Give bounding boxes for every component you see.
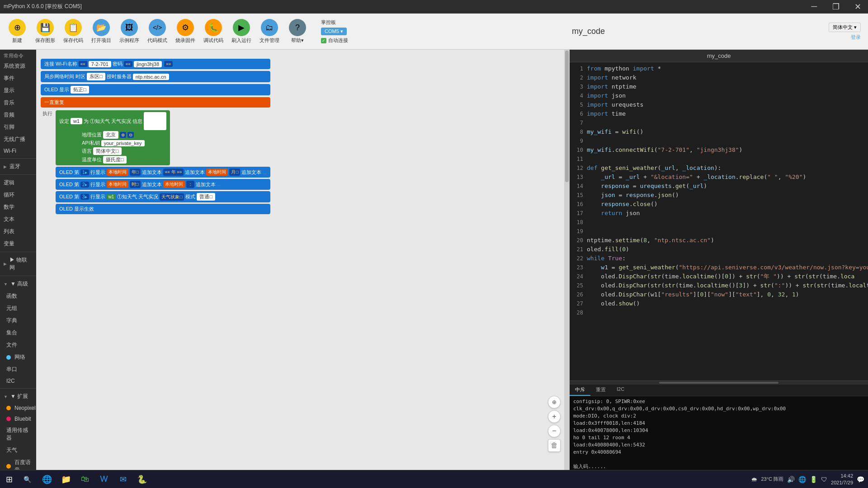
taskbar-search-button[interactable]: 🔍 [18,470,36,488]
location-value[interactable]: 北京 [103,131,118,139]
oled-line1-block[interactable]: OLED 第 1▸ 行显示 本地时间 年□ 追加文本 «« 年 »» 追加文本 … [56,167,270,178]
taskbar-app-edge[interactable]: 🌐 [38,470,56,488]
sidebar-item-file[interactable]: 文件 [0,339,36,351]
sidebar-item-logic[interactable]: 逻辑 [0,177,36,189]
api-value[interactable]: your_private_key [101,140,145,146]
oled-show-block[interactable]: OLED 显示生效 [56,204,270,214]
run-button[interactable]: ▶ 刷入运行 [228,15,255,48]
open-button[interactable]: 📂 打开项目 [88,15,115,48]
login-button[interactable]: 登录 [851,34,861,41]
code-mode-button[interactable]: </> 代码模式 [144,15,171,48]
sidebar-item-i2c[interactable]: I2C [0,375,36,386]
line-num-21: 21 [570,245,587,254]
terminal-tab-zhongsi[interactable]: 中斥 [570,385,590,396]
sidebar-item-tuple[interactable]: 元组 [0,302,36,314]
code-mode-icon: </> [149,19,166,36]
taskbar-network-icon[interactable]: 🌐 [798,476,806,483]
taskbar-app-explorer[interactable]: 📁 [57,470,75,488]
sidebar-item-wireless[interactable]: 无线广播 [0,133,36,145]
sidebar-item-weather[interactable]: 天气 [0,444,36,456]
lang-button[interactable]: 简体中文 ▾ [829,23,861,32]
oled-line2-block[interactable]: OLED 第 2▸ 行显示 本地时间 时□ 追加文本 本地时间 ： 追加文本 .… [56,179,270,190]
sidebar-item-var[interactable]: 变量 [0,238,36,250]
sidebar-item-pin[interactable]: 引脚 [0,121,36,133]
taskbar-app-outlook[interactable]: ✉ [114,470,132,488]
taskbar-start-button[interactable]: ⊞ [0,470,18,488]
line-content-20: ntptime.settime(8, "ntp.ntsc.ac.cn") [587,236,714,245]
oled-mode-value[interactable]: 普通□ [197,193,215,201]
terminal-tab-i2c[interactable]: I2C [611,385,630,396]
sidebar-item-bluebit[interactable]: Bluebit [0,413,36,424]
code-area[interactable]: 1 from mpython import * 2 import network… [570,62,868,380]
debug-button[interactable]: 🐛 调试代码 [200,15,227,48]
help-button[interactable]: ? 帮助▾ [284,15,311,48]
new-button[interactable]: ⊕ 新建 [4,15,31,48]
taskbar-app-mpy[interactable]: 🐍 [133,470,151,488]
center-button[interactable]: ⊕ [548,396,561,408]
block-editor[interactable]: 连接 Wi-Fi名称 «« 7-2-701 密码 «« jingn3hj38 »… [36,50,570,488]
ntp-block[interactable]: 局步网络时间 时区 东区□ 授时服务器 ntp.ntsc.ac.cn [41,71,270,82]
sidebar-item-neopixel[interactable]: Neopixel [0,403,36,413]
sidebar-item-wifi[interactable]: Wi-Fi [0,145,36,156]
close-button[interactable]: ✕ [847,0,868,14]
sidebar-item-advanced[interactable]: ▼ 高级 [0,278,36,290]
sidebar-item-loop[interactable]: 循环 [0,189,36,201]
wifi-pwd-value[interactable]: jingn3hj38 [134,61,162,67]
save-code-button[interactable]: 📋 保存代码 [60,15,87,48]
oled-clear-block[interactable]: OLED 显示 拓正□ [41,84,270,95]
sidebar-item-iot[interactable]: ▶ 物联网 [0,254,36,274]
taskbar-notification-icon[interactable]: 💬 [857,476,864,483]
minimize-button[interactable]: ─ [804,0,825,14]
taskbar-app-word[interactable]: W [95,470,113,488]
vertical-scrollbar[interactable] [564,50,570,488]
new-icon: ⊕ [9,19,26,36]
firmware-button[interactable]: ⚙ 烧录固件 [172,15,199,48]
editor-scroll-thumb [565,51,569,182]
auto-connect-checkbox[interactable]: ✓ [321,38,326,43]
oled-line3-block[interactable]: OLED 第 3▸ 行显示 w1 ①知天气 天气实况 天气状象□ 模式 普通□ [56,191,270,202]
ntp-server-value[interactable]: ntp.ntsc.ac.cn [133,74,169,80]
terminal-tab-reset[interactable]: 重置 [590,385,611,396]
sidebar-item-extend[interactable]: ▼ 扩展 [0,390,36,403]
taskbar-volume-icon[interactable]: 🔊 [787,476,795,483]
sidebar-item-event[interactable]: 事件 [0,72,36,84]
sidebar-item-display[interactable]: 显示 [0,84,36,97]
zoom-in-button[interactable]: + [548,410,561,423]
sidebar-item-func[interactable]: 函数 [0,290,36,302]
code-line-21: 21 oled.fill(0) [570,245,868,254]
loop-block[interactable]: 一直重复 [41,97,270,108]
unit-value[interactable]: 摄氏度□ [103,156,127,164]
sidebar-item-audio[interactable]: 音频 [0,109,36,121]
delete-button[interactable]: 🗑 [548,439,561,452]
lang-value[interactable]: 简体中文□ [93,147,122,155]
sidebar-item-sysres[interactable]: 系统资源 [0,60,36,72]
sidebar-item-music[interactable]: 音乐 [0,97,36,109]
example-button[interactable]: 🖼 示例程序 [116,15,143,48]
sidebar-item-dict[interactable]: 字典 [0,314,36,327]
oled-clear-value[interactable]: 拓正□ [71,86,89,94]
maximize-button[interactable]: ❐ [826,0,846,14]
wifi-connect-block[interactable]: 连接 Wi-Fi名称 «« 7-2-701 密码 «« jingn3hj38 »… [41,59,270,69]
zoom-out-button[interactable]: − [548,425,561,437]
ntp-tz-value[interactable]: 东区□ [87,73,105,80]
sidebar-item-serial[interactable]: 串口 [0,363,36,375]
set-block[interactable]: 设定 w1 为 ①知天气 天气实况 信息 地理位置 北京 ⊕ ⊖ [56,110,170,165]
sidebar-item-text[interactable]: 文本 [0,213,36,225]
set-block-row3: API私钥 your_private_key [59,140,166,146]
sidebar-item-sensor[interactable]: 通用传感器 [0,424,36,444]
wifi-ssid-value[interactable]: 7-2-701 [89,61,111,67]
com-button[interactable]: COM5 ▾ [321,28,347,35]
code-scrollbar[interactable] [570,380,868,384]
files-button[interactable]: 🗂 文件管理 [256,15,283,48]
sidebar-item-list[interactable]: 列表 [0,225,36,238]
sidebar-item-network[interactable]: 网络 [0,351,36,363]
set-var[interactable]: w1 [71,118,82,124]
sidebar-item-math[interactable]: 数学 [0,201,36,213]
line-num-9: 9 [570,136,587,145]
save-img-button[interactable]: 💾 保存图形 [32,15,59,48]
taskbar-app-store[interactable]: 🛍 [76,470,94,488]
line-content-3: import ntptime [587,82,637,91]
code-scroll-thumb [659,382,778,384]
sidebar-item-set[interactable]: 集合 [0,327,36,339]
sidebar-item-bluetooth[interactable]: 蓝牙 [0,160,36,173]
